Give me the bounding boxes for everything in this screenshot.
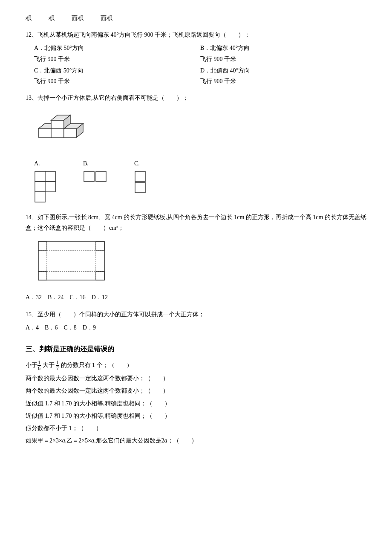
q14-cardboard-svg: [34, 237, 109, 284]
text-after: 的分数只有 1 个；（ ）: [59, 362, 133, 368]
question-15: 15、至少用（ ）个同样的大小的正方体可以拼成一个大正方体； A．4 B．6 C…: [26, 309, 366, 333]
q12-option-c: C．北偏西 50°方向 飞行 900 千米: [34, 65, 200, 87]
q13-label-b: B.: [83, 158, 109, 169]
svg-rect-25: [96, 272, 104, 280]
q13-shape-b-svg: [83, 171, 109, 185]
fraction-2: 17: [56, 360, 59, 371]
svg-marker-6: [51, 120, 64, 129]
q12-option-c-label: C．北偏西 50°方向: [34, 65, 200, 76]
label-1: 积: [26, 13, 32, 23]
label-3: 面积: [72, 13, 84, 23]
svg-rect-22: [38, 242, 47, 250]
q13-shape-b-container: B.: [83, 158, 109, 189]
q12-options: A．北偏东 50°方向 飞行 900 千米 B．北偏东 40°方向 飞行 900…: [34, 43, 366, 87]
q12-number: 12: [26, 32, 32, 38]
q15-title: 15、至少用（ ）个同样的大小的正方体可以拼成一个大正方体；: [26, 309, 366, 320]
q15-number: 15: [26, 311, 32, 318]
q12-option-a-sub: 飞行 900 千米: [34, 54, 200, 64]
q14-title: 14、如下图所示,一张长 8cm、宽 4cm 的长方形硬纸板,从四个角各剪去一个…: [26, 212, 366, 233]
q13-shape-a-svg: [34, 171, 58, 202]
q12-option-c-sub: 飞行 900 千米: [34, 76, 200, 87]
svg-marker-0: [38, 129, 51, 137]
q12-title: 12、飞机从某机场起飞向南偏东 40°方向飞行 900 千米；飞机原路返回要向（…: [26, 29, 366, 40]
q12-option-b-label: B．北偏东 40°方向: [200, 43, 366, 53]
section3-item-1: 两个数的最大公因数一定比这两个数都要小；（ ）: [26, 373, 366, 384]
q13-label-a: A.: [34, 158, 58, 169]
q12-option-d: D．北偏西 40°方向 飞行 900 千米: [200, 65, 366, 87]
q13-shape-a-container: A.: [34, 158, 58, 206]
q14-number: 14: [26, 214, 32, 220]
question-13: 13、去掉一个小正方体后,从它的右侧面看不可能是（ ）； A.: [26, 92, 366, 206]
svg-rect-20: [135, 182, 145, 193]
text-before: 小于: [26, 362, 37, 368]
q13-3d-cubes: [34, 107, 366, 153]
q14-options: A．32 B．24 C．16 D．12: [26, 292, 366, 303]
q13-shape-c-container: C.: [134, 158, 148, 197]
section3-item-3: 近似值 1.7 和 1.70 的大小相等,精确度也相同；（ ）: [26, 398, 366, 409]
q12-option-a: A．北偏东 50°方向 飞行 900 千米: [34, 43, 200, 64]
q13-label-c: C.: [134, 158, 148, 169]
q12-option-b-sub: 飞行 900 千米: [200, 54, 366, 64]
label-4: 面积: [101, 13, 112, 23]
q12-option-d-label: D．北偏西 40°方向: [200, 65, 366, 76]
svg-rect-18: [96, 171, 106, 182]
section3-item-2: 两个数的最大公因数一定比这两个数都要小；（ ）: [26, 385, 366, 396]
q14-cardboard: [34, 237, 366, 288]
svg-marker-3: [51, 129, 64, 137]
q13-shape-c-svg: [134, 171, 148, 194]
label-2: 积: [49, 13, 55, 23]
q13-shape-options: A. B. C.: [34, 158, 366, 206]
question-12: 12、飞机从某机场起飞向南偏东 40°方向飞行 900 千米；飞机原路返回要向（…: [26, 29, 366, 87]
section3-item-6: 如果甲＝2×3×a,乙＝2×5×a,那么它们的最大公因数是2a；（ ）: [26, 435, 366, 446]
svg-rect-13: [45, 171, 55, 182]
svg-rect-16: [35, 192, 45, 202]
question-14: 14、如下图所示,一张长 8cm、宽 4cm 的长方形硬纸板,从四个角各剪去一个…: [26, 212, 366, 303]
svg-rect-24: [38, 272, 47, 280]
section3-title: 三、判断是正确的还是错误的: [26, 343, 366, 356]
q12-option-a-label: A．北偏东 50°方向: [34, 43, 200, 53]
top-labels: 积 积 面积 面积: [26, 13, 366, 23]
fraction-1: 16: [37, 360, 41, 371]
section3-item-4: 近似值 1.7 和 1.70 的大小相等,精确度也相同；（ ）: [26, 410, 366, 421]
q12-option-d-sub: 飞行 900 千米: [200, 76, 366, 87]
q14-text: 、如下图所示,一张长 8cm、宽 4cm 的长方形硬纸板,从四个角各剪去一个边长…: [26, 214, 366, 231]
svg-rect-15: [45, 182, 55, 192]
section-3: 三、判断是正确的还是错误的 小于16 大于 17 的分数只有 1 个；（ ） 两…: [26, 343, 366, 446]
svg-rect-12: [35, 171, 45, 182]
svg-rect-19: [135, 171, 145, 182]
q13-text: 、去掉一个小正方体后,从它的右侧面看不可能是（ ）；: [32, 95, 188, 101]
section3-item-0: 小于16 大于 17 的分数只有 1 个；（ ）: [26, 360, 366, 371]
q13-title: 13、去掉一个小正方体后,从它的右侧面看不可能是（ ）；: [26, 92, 366, 103]
section3-item-5: 假分数都不小于 1；（ ）: [26, 423, 366, 434]
cubes-svg: [34, 107, 85, 150]
q12-text: 、飞机从某机场起飞向南偏东 40°方向飞行 900 千米；飞机原路返回要向（ ）…: [32, 32, 250, 38]
text-middle: 大于: [41, 362, 56, 368]
q13-number: 13: [26, 95, 32, 101]
q15-options: A．4 B．6 C．8 D．9: [26, 322, 366, 333]
svg-rect-14: [35, 182, 45, 192]
svg-marker-9: [64, 129, 77, 137]
q15-text: 、至少用（ ）个同样的大小的正方体可以拼成一个大正方体；: [32, 311, 205, 318]
svg-rect-17: [84, 171, 94, 182]
svg-rect-23: [96, 242, 104, 250]
q12-option-b: B．北偏东 40°方向 飞行 900 千米: [200, 43, 366, 64]
svg-rect-21: [38, 242, 104, 280]
